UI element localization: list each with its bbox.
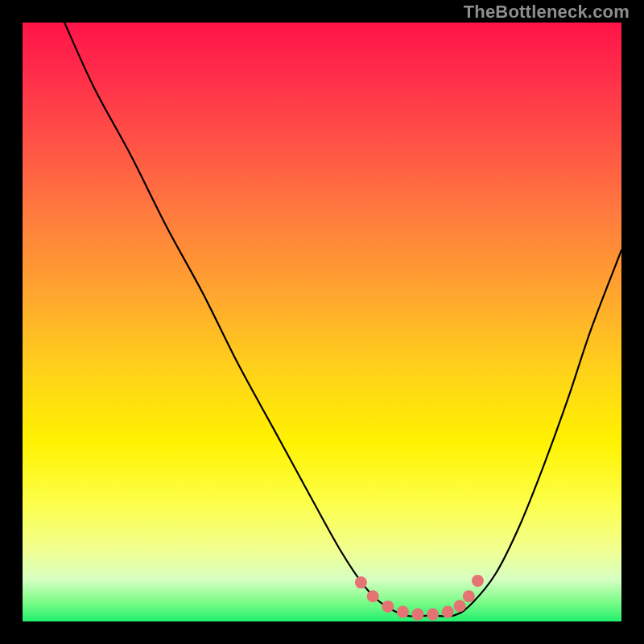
highlight-marker [463,590,475,602]
chart-overlay [23,23,621,621]
highlight-marker [382,601,394,613]
chart-frame: TheBottleneck.com [0,0,644,644]
bottleneck-curve [64,23,621,617]
highlight-marker [397,606,409,618]
highlight-marker [442,606,454,618]
watermark-text: TheBottleneck.com [464,2,630,23]
highlight-marker [355,576,367,588]
highlight-marker [412,609,424,621]
highlight-markers [355,575,484,621]
highlight-marker [472,575,484,587]
highlight-marker [427,609,439,621]
highlight-marker [454,600,466,612]
highlight-marker [367,590,379,602]
